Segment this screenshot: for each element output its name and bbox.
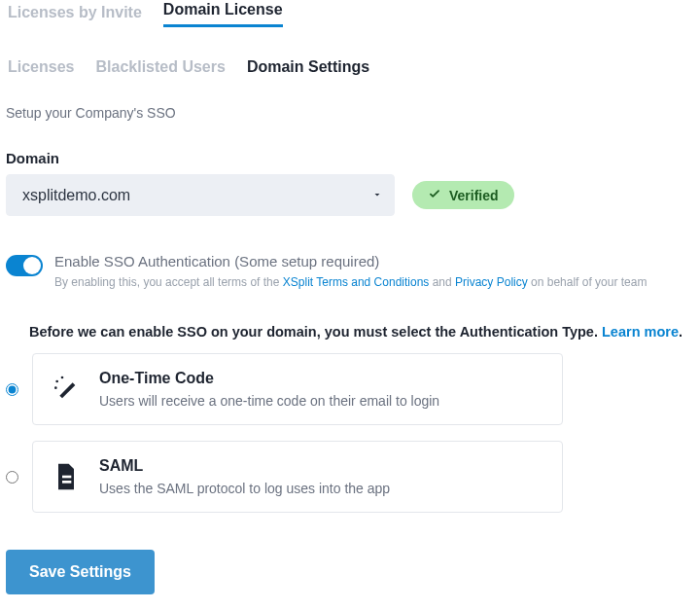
- tabs-secondary: Licenses Blacklisted Users Domain Settin…: [6, 58, 694, 76]
- enable-sso-toggle[interactable]: [6, 255, 43, 276]
- check-icon: [428, 187, 441, 203]
- terms-link[interactable]: XSplit Terms and Conditions: [283, 275, 430, 289]
- verified-label: Verified: [449, 188, 499, 203]
- svg-point-2: [54, 386, 57, 389]
- otc-title: One-Time Code: [99, 370, 439, 387]
- subtab-blacklisted-users[interactable]: Blacklisted Users: [95, 58, 225, 76]
- section-subtitle: Setup your Company's SSO: [6, 105, 694, 121]
- radio-saml[interactable]: [6, 471, 18, 484]
- auth-heading-before: Before we can enable SSO on your domain: [29, 324, 317, 340]
- auth-type-heading: Before we can enable SSO on your domain,…: [6, 324, 694, 340]
- domain-select-wrap: xsplitdemo.com: [6, 174, 395, 216]
- verified-badge: Verified: [412, 181, 514, 209]
- card-text: SAML Uses the SAML protocol to log uses …: [99, 457, 390, 496]
- enable-sso-text: Enable SSO Authentication (Some setup re…: [54, 253, 647, 289]
- fineprint-prefix: By enabling this, you accept all terms o…: [54, 275, 283, 289]
- svg-rect-3: [62, 476, 71, 479]
- option-row-saml: SAML Uses the SAML protocol to log uses …: [6, 441, 694, 513]
- saml-title: SAML: [99, 457, 390, 475]
- radio-one-time-code[interactable]: [6, 383, 18, 396]
- save-settings-button[interactable]: Save Settings: [6, 550, 155, 594]
- card-saml[interactable]: SAML Uses the SAML protocol to log uses …: [32, 441, 563, 513]
- fineprint-suffix: on behalf of your team: [528, 275, 648, 289]
- auth-heading-dot: .: [679, 324, 682, 340]
- tab-licenses-by-invite[interactable]: Licenses by Invite: [8, 4, 142, 27]
- domain-label: Domain: [6, 150, 694, 166]
- learn-more-link[interactable]: Learn more: [602, 324, 679, 340]
- magic-wand-icon: [51, 374, 82, 405]
- tab-domain-license[interactable]: Domain License: [163, 1, 283, 27]
- saml-desc: Uses the SAML protocol to log uses into …: [99, 481, 390, 496]
- toggle-knob: [23, 257, 41, 274]
- document-icon: [51, 461, 82, 492]
- domain-select[interactable]: xsplitdemo.com: [6, 174, 395, 216]
- option-row-otc: One-Time Code Users will receive a one-t…: [6, 353, 694, 425]
- auth-options: One-Time Code Users will receive a one-t…: [6, 353, 694, 513]
- card-one-time-code[interactable]: One-Time Code Users will receive a one-t…: [32, 353, 563, 425]
- enable-sso-title: Enable SSO Authentication (Some setup re…: [54, 253, 647, 269]
- svg-rect-4: [62, 481, 71, 484]
- svg-point-0: [55, 380, 58, 383]
- auth-heading-comma: ,: [317, 324, 325, 340]
- auth-heading-after: you must select the Authentication Type.: [325, 324, 602, 340]
- domain-row: xsplitdemo.com Verified: [6, 174, 694, 216]
- privacy-link[interactable]: Privacy Policy: [455, 275, 528, 289]
- card-text: One-Time Code Users will receive a one-t…: [99, 370, 439, 409]
- subtab-domain-settings[interactable]: Domain Settings: [247, 58, 369, 76]
- subtab-licenses[interactable]: Licenses: [8, 58, 74, 76]
- enable-sso-fineprint: By enabling this, you accept all terms o…: [54, 275, 647, 289]
- fineprint-and: and: [429, 275, 455, 289]
- svg-point-1: [61, 377, 64, 379]
- otc-desc: Users will receive a one-time code on th…: [99, 393, 439, 409]
- tabs-primary: Licenses by Invite Domain License: [6, 0, 694, 27]
- enable-sso-row: Enable SSO Authentication (Some setup re…: [6, 253, 694, 289]
